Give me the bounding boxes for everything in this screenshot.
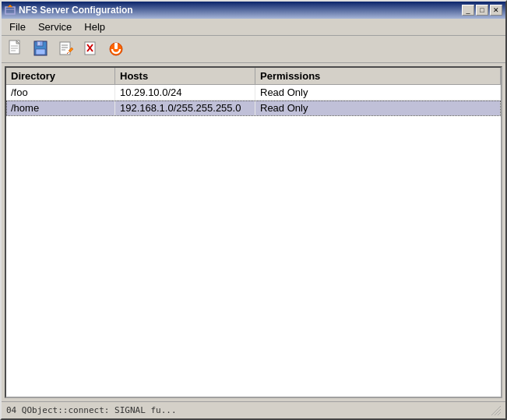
titlebar-buttons: _ □ ✕ xyxy=(462,5,502,16)
svg-rect-10 xyxy=(36,49,45,55)
titlebar-title: NFS Server Configuration xyxy=(19,5,133,16)
svg-marker-2 xyxy=(8,5,12,7)
reload-icon xyxy=(107,40,125,58)
menu-file[interactable]: File xyxy=(3,19,32,34)
titlebar-left: NFS Server Configuration xyxy=(5,5,133,16)
cell-hosts-0: 10.29.10.0/24 xyxy=(115,85,255,100)
cell-directory-0: /foo xyxy=(6,85,115,100)
maximize-button[interactable]: □ xyxy=(476,5,488,16)
menu-help[interactable]: Help xyxy=(78,19,111,34)
svg-line-25 xyxy=(498,412,501,415)
menu-service[interactable]: Service xyxy=(32,19,78,34)
delete-button[interactable] xyxy=(79,38,103,60)
save-icon xyxy=(33,40,50,58)
cell-permissions-1: Read Only xyxy=(255,101,501,115)
cell-directory-1: /home xyxy=(6,101,115,115)
table-row[interactable]: /foo 10.29.10.0/24 Read Only xyxy=(6,85,501,101)
table-body: /foo 10.29.10.0/24 Read Only /home 192.1… xyxy=(6,85,501,397)
svg-line-24 xyxy=(495,409,501,415)
statusbar: 04 QObject::connect: SIGNAL fu... xyxy=(2,401,505,418)
table-header: Directory Hosts Permissions xyxy=(6,68,501,85)
cell-hosts-1: 192.168.1.0/255.255.255.0 xyxy=(115,101,255,115)
main-window: NFS Server Configuration _ □ ✕ File Serv… xyxy=(0,0,507,420)
svg-rect-22 xyxy=(114,43,118,49)
new-icon xyxy=(8,40,25,58)
svg-rect-0 xyxy=(5,7,15,14)
edit-button[interactable] xyxy=(55,38,78,60)
resize-grip-icon xyxy=(491,406,501,415)
reload-button[interactable] xyxy=(104,38,128,60)
column-header-directory: Directory xyxy=(6,68,115,84)
save-button[interactable] xyxy=(30,38,53,60)
table-row[interactable]: /home 192.168.1.0/255.255.255.0 Read Onl… xyxy=(6,101,501,116)
app-icon xyxy=(5,5,16,16)
svg-rect-11 xyxy=(38,42,40,45)
column-header-hosts: Hosts xyxy=(115,68,255,84)
close-button[interactable]: ✕ xyxy=(490,5,502,16)
column-header-permissions: Permissions xyxy=(255,68,501,84)
titlebar: NFS Server Configuration _ □ ✕ xyxy=(2,2,505,19)
delete-icon xyxy=(83,40,100,58)
menubar: File Service Help xyxy=(2,19,505,36)
cell-permissions-0: Read Only xyxy=(255,85,501,100)
toolbar xyxy=(2,36,505,64)
edit-icon xyxy=(58,40,75,58)
main-content: Directory Hosts Permissions /foo 10.29.1… xyxy=(5,66,502,398)
statusbar-text: 04 QObject::connect: SIGNAL fu... xyxy=(6,405,177,415)
new-button[interactable] xyxy=(5,38,28,60)
minimize-button[interactable]: _ xyxy=(462,5,474,16)
